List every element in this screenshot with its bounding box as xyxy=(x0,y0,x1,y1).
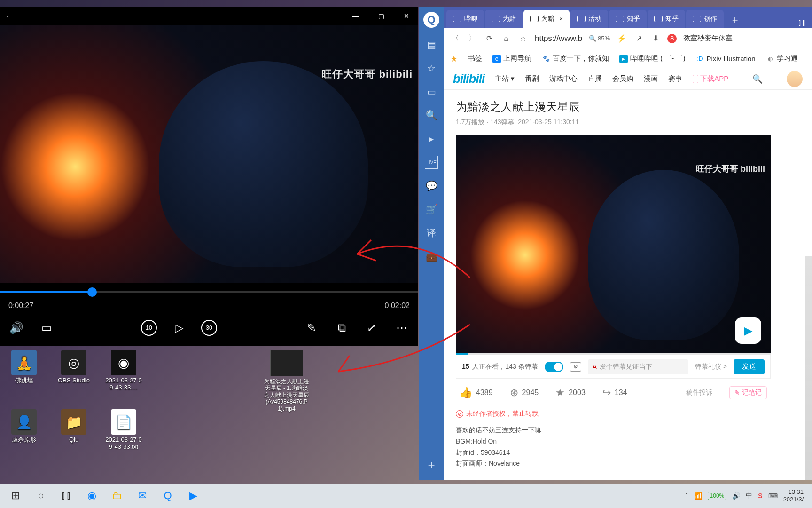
nav-item[interactable]: 游戏中心 xyxy=(549,74,578,83)
volume-tray-icon[interactable]: 🔊 xyxy=(732,492,740,500)
desktop-icon[interactable]: ◉2021-03-27 09-43-33.... xyxy=(104,350,143,391)
coin-button[interactable]: ⊛2945 xyxy=(510,387,539,399)
translate-icon[interactable]: 译 xyxy=(425,226,438,239)
tab[interactable]: 知乎 xyxy=(609,10,647,28)
new-tab-button[interactable]: + xyxy=(727,13,742,28)
danmaku-etiquette-link[interactable]: 弹幕礼仪 > xyxy=(695,363,727,371)
flash-icon[interactable]: ⚡ xyxy=(617,33,627,44)
ime-indicator[interactable]: 中 xyxy=(746,492,752,500)
search-icon[interactable]: 🔍 xyxy=(752,74,763,84)
start-button[interactable]: ⊞ xyxy=(4,486,27,506)
nav-item[interactable]: 漫画 xyxy=(644,74,658,83)
video-viewport[interactable]: 旺仔大哥哥 bilibili xyxy=(0,25,418,283)
bookmark-item[interactable]: ◐学习通 xyxy=(766,54,798,63)
minimize-button[interactable]: — xyxy=(349,9,363,23)
battery-indicator[interactable]: 100% xyxy=(708,492,727,500)
edit-icon[interactable]: ✎ xyxy=(304,320,320,336)
download-icon[interactable]: ⬇ xyxy=(650,33,661,44)
tray-chevron-icon[interactable]: ˄ xyxy=(685,492,688,500)
tab[interactable]: 知乎 xyxy=(648,10,685,28)
danmaku-settings-icon[interactable]: ⚙ xyxy=(570,362,581,372)
like-button[interactable]: 👍4389 xyxy=(460,387,493,399)
send-danmaku-button[interactable]: 发送 xyxy=(734,359,765,374)
nav-item[interactable]: 赛事 xyxy=(668,74,682,83)
desktop-video-file[interactable]: 为黯淡之人献上漫天星辰 - 1.为黯淡之人献上漫天星辰(Av459848476,… xyxy=(263,350,310,412)
report-link[interactable]: 稿件投诉 xyxy=(686,389,712,397)
play-overlay-button[interactable]: ▶ xyxy=(735,318,761,344)
back-arrow-icon[interactable]: ← xyxy=(5,10,15,22)
chat-icon[interactable]: 💬 xyxy=(425,179,438,192)
bookmark-item[interactable]: 🐾百度一下，你就知 xyxy=(542,54,609,63)
edge-icon[interactable]: ◉ xyxy=(80,486,103,506)
video-icon[interactable]: ▸ xyxy=(425,132,438,145)
qq-browser-icon[interactable]: Q xyxy=(156,486,180,506)
home-icon[interactable]: ⌂ xyxy=(501,33,511,44)
subtitle-icon[interactable]: ▭ xyxy=(39,320,55,336)
tab[interactable]: 活动 xyxy=(570,10,608,28)
bili-progress-bar[interactable] xyxy=(456,353,771,355)
search-icon[interactable]: 🔍 xyxy=(425,109,438,122)
back-icon[interactable]: 〈 xyxy=(450,33,461,44)
user-avatar[interactable] xyxy=(787,71,803,87)
desktop-icon[interactable]: 👤虐杀原形 xyxy=(5,409,43,451)
bookmark-item[interactable]: e上网导航 xyxy=(492,54,531,63)
download-app-link[interactable]: 下载APP xyxy=(693,74,728,83)
volume-icon[interactable]: 🔊 xyxy=(8,320,24,336)
mail-icon[interactable]: ✉ xyxy=(131,486,154,506)
clock[interactable]: 13:31 2021/3/ xyxy=(783,488,804,503)
keyboard-icon[interactable]: ⌨ xyxy=(768,492,778,500)
star-icon[interactable]: ☆ xyxy=(425,62,438,75)
nav-item[interactable]: 番剧 xyxy=(525,74,539,83)
cortana-icon[interactable]: ○ xyxy=(29,486,53,506)
progress-knob[interactable] xyxy=(87,287,97,297)
briefcase-icon[interactable]: 💼 xyxy=(425,250,438,263)
desktop-icon[interactable]: 📁Qiu xyxy=(55,409,93,451)
favorite-button[interactable]: ★2003 xyxy=(555,387,586,399)
tab-menu-icon[interactable]: ⫿⫿ xyxy=(798,18,806,28)
cart-icon[interactable]: 🛒 xyxy=(425,203,438,216)
progress-bar[interactable] xyxy=(0,283,418,302)
danmaku-toggle[interactable] xyxy=(545,362,563,372)
skip-forward-button[interactable]: 30 xyxy=(201,320,217,336)
take-note-button[interactable]: ✎记笔记 xyxy=(729,386,767,399)
zoom-indicator[interactable]: 🔍85% xyxy=(589,35,610,42)
book-icon[interactable]: ▭ xyxy=(425,85,438,98)
close-button[interactable]: ✕ xyxy=(399,9,414,23)
tab[interactable]: 创作 xyxy=(686,10,724,28)
sogou-ext-icon[interactable]: S xyxy=(667,34,677,43)
bilibili-logo[interactable]: bilibili xyxy=(453,71,484,86)
extension-label[interactable]: 教室秒变午休室 xyxy=(683,34,733,43)
desktop-icon[interactable]: ◎OBS Studio xyxy=(55,350,93,391)
nav-item[interactable]: 会员购 xyxy=(612,74,633,83)
forward-icon[interactable]: 〉 xyxy=(467,33,477,44)
share-button[interactable]: ↪134 xyxy=(602,387,627,399)
browser-logo[interactable]: Q xyxy=(423,12,439,28)
close-icon[interactable]: × xyxy=(559,15,563,23)
danmaku-input[interactable]: A发个弹幕见证当下 xyxy=(588,359,688,374)
sogou-tray-icon[interactable]: S xyxy=(758,492,762,500)
bookmark-item[interactable]: :DPixiv Illustration xyxy=(696,55,756,63)
url-field[interactable]: https://www.b xyxy=(535,34,582,43)
bookmark-star-icon[interactable]: ☆ xyxy=(518,33,528,44)
nav-item[interactable]: 直播 xyxy=(588,74,602,83)
desktop-icon[interactable]: 🧘佛跳墙 xyxy=(5,350,43,391)
bookmark-item[interactable]: ▸哔哩哔哩 ( ゜- ゜) xyxy=(619,54,686,63)
new-tab-sidebar[interactable]: + xyxy=(425,458,438,471)
movies-icon[interactable]: ▶ xyxy=(181,486,205,506)
network-icon[interactable]: 📶 xyxy=(694,492,702,500)
live-icon[interactable]: LIVE xyxy=(425,156,438,169)
more-icon[interactable]: ⋯ xyxy=(394,320,410,336)
desktop-icon[interactable]: 📄2021-03-27 09-43-33.txt xyxy=(104,409,143,451)
bilibili-player[interactable]: 旺仔大哥哥 bilibili ▶ xyxy=(456,135,771,353)
nav-item[interactable]: 主站 ▾ xyxy=(495,74,515,83)
fullscreen-icon[interactable]: ⤢ xyxy=(364,320,380,336)
tab[interactable]: 为黯 xyxy=(485,10,523,28)
reload-icon[interactable]: ⟳ xyxy=(484,33,494,44)
tab-active[interactable]: 为黯× xyxy=(523,10,570,28)
play-button[interactable]: ▷ xyxy=(171,320,187,336)
tab[interactable]: 哔唧 xyxy=(446,10,484,28)
task-view-icon[interactable]: ⫿⫿ xyxy=(55,486,78,506)
maximize-button[interactable]: ▢ xyxy=(374,9,388,23)
explorer-icon[interactable]: 🗀 xyxy=(105,486,129,506)
skip-back-button[interactable]: 10 xyxy=(141,320,157,336)
